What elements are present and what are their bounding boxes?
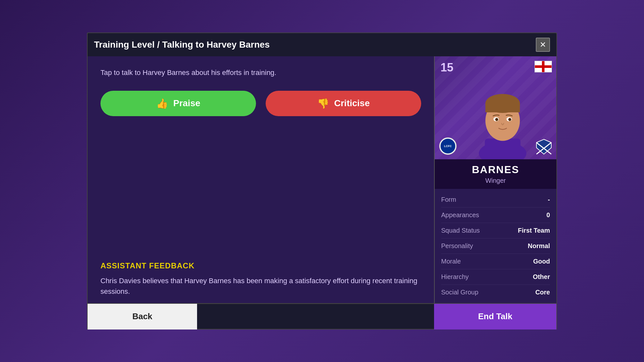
stat-value: -	[548, 196, 550, 203]
stat-label: Morale	[441, 258, 461, 265]
player-position: Winger	[440, 177, 551, 184]
action-buttons: 👍 Praise 👎 Criticise	[100, 91, 421, 116]
stat-label: Appearances	[441, 211, 479, 219]
end-talk-button[interactable]: End Talk	[434, 304, 556, 330]
title-bar: Training Level / Talking to Harvey Barne…	[87, 32, 557, 56]
stat-row: MoraleGood	[441, 254, 550, 269]
stat-row: Form-	[441, 192, 550, 208]
svg-rect-1	[485, 138, 521, 159]
stat-row: Squad StatusFirst Team	[441, 223, 550, 238]
stat-label: Hierarchy	[441, 273, 469, 281]
stat-row: PersonalityNormal	[441, 238, 550, 254]
modal-title: Training Level / Talking to Harvey Barne…	[94, 40, 270, 50]
left-panel: Tap to talk to Harvey Barnes about his e…	[88, 56, 434, 303]
stat-label: Squad Status	[441, 227, 480, 234]
player-number: 15	[440, 61, 453, 74]
player-face	[467, 76, 538, 159]
stat-label: Social Group	[441, 289, 478, 296]
player-name-bar: BARNES Winger	[435, 159, 556, 189]
country-shield-icon	[536, 139, 552, 155]
stat-value: First Team	[518, 227, 550, 234]
stat-value: 0	[546, 211, 550, 219]
assistant-text: Chris Davies believes that Harvey Barnes…	[100, 275, 421, 297]
criticise-button[interactable]: 👎 Criticise	[266, 91, 421, 116]
modal: Training Level / Talking to Harvey Barne…	[87, 32, 557, 330]
assistant-feedback-section: ASSISTANT FEEDBACK Chris Davies believes…	[100, 261, 421, 297]
stat-label: Personality	[441, 242, 473, 250]
back-button[interactable]: Back	[88, 304, 197, 330]
praise-button[interactable]: 👍 Praise	[100, 91, 256, 116]
svg-point-8	[495, 118, 498, 121]
intro-text: Tap to talk to Harvey Barnes about his e…	[100, 68, 421, 78]
player-name: BARNES	[440, 164, 551, 176]
thumbs-down-icon: 👎	[317, 98, 329, 109]
criticise-label: Criticise	[334, 98, 370, 108]
close-button[interactable]: ✕	[536, 38, 550, 52]
flag-container	[535, 61, 552, 72]
stats-section: Form-Appearances0Squad StatusFirst TeamP…	[435, 189, 556, 303]
stat-value: Other	[533, 273, 550, 281]
assistant-label: ASSISTANT FEEDBACK	[100, 261, 421, 270]
modal-body: Tap to talk to Harvey Barnes about his e…	[87, 56, 557, 304]
modal-footer: Back End Talk	[87, 304, 557, 330]
svg-rect-5	[485, 103, 520, 112]
stat-row: Appearances0	[441, 208, 550, 223]
stat-row: Social GroupCore	[441, 285, 550, 300]
praise-label: Praise	[173, 98, 200, 108]
lcfc-badge-icon	[440, 138, 456, 154]
svg-point-9	[508, 118, 511, 121]
thumbs-up-icon: 👍	[156, 98, 168, 109]
stat-value: Normal	[528, 242, 550, 250]
stat-row: HierarchyOther	[441, 269, 550, 285]
stat-value: Good	[533, 258, 550, 265]
stat-value: Core	[535, 289, 550, 296]
stat-label: Form	[441, 196, 456, 203]
player-card-header: 15	[435, 56, 556, 159]
club-logo	[439, 137, 457, 155]
england-flag	[535, 61, 552, 72]
player-card: 15	[434, 56, 556, 303]
